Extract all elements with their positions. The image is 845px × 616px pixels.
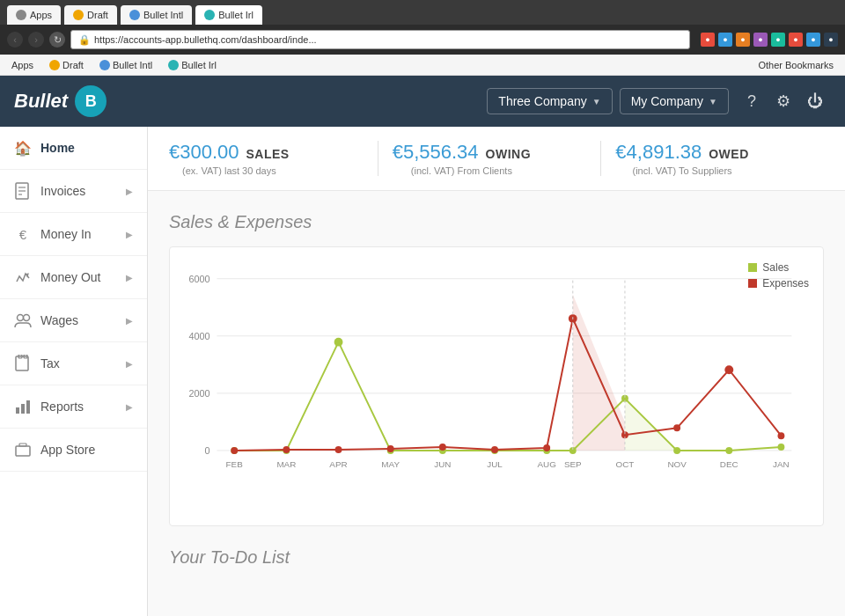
money-in-icon: € <box>14 225 32 243</box>
bookmark-bullet-irl[interactable]: Bullet Irl <box>164 58 221 72</box>
svg-text:AUG: AUG <box>538 459 556 469</box>
sidebar-label-home: Home <box>40 141 133 155</box>
sidebar-item-reports[interactable]: Reports ▶ <box>0 385 147 429</box>
wages-icon <box>14 312 32 329</box>
svg-marker-22 <box>573 294 625 451</box>
sidebar-label-reports: Reports <box>40 400 117 414</box>
svg-point-45 <box>673 447 680 454</box>
address-bar[interactable]: 🔒 https://accounts-app.bullethq.com/dash… <box>70 30 690 49</box>
sidebar-item-home[interactable]: 🏠 Home <box>0 127 147 170</box>
other-bookmarks[interactable]: Other Bookmarks <box>753 58 838 72</box>
ext-icon-8: ● <box>824 33 838 47</box>
svg-text:APR: APR <box>329 459 347 469</box>
svg-text:MAR: MAR <box>276 459 296 469</box>
svg-text:OCT: OCT <box>616 459 635 469</box>
ext-icon-1: ● <box>701 33 715 47</box>
main-content: €300.00 SALES (ex. VAT) last 30 days €5,… <box>148 127 845 616</box>
chevron-right-icon-3: ▶ <box>126 273 133 282</box>
svg-text:MAY: MAY <box>381 459 400 469</box>
svg-point-46 <box>725 447 732 454</box>
bookmarks-bar: Apps Draft Bullet Intl Bullet Irl Other … <box>0 55 845 76</box>
chevron-right-icon: ▶ <box>126 187 133 196</box>
money-out-icon <box>14 268 32 286</box>
help-button[interactable]: ? <box>736 85 768 117</box>
owing-sub: (incl. VAT) From Clients <box>393 165 531 176</box>
owing-label: OWING <box>486 147 532 161</box>
svg-point-52 <box>439 444 446 451</box>
svg-point-5 <box>24 315 30 321</box>
ext-icon-3: ● <box>736 33 750 47</box>
sidebar-item-money-out[interactable]: Money Out ▶ <box>0 256 147 299</box>
company-dropdown[interactable]: Three Company ▼ <box>487 88 612 114</box>
chevron-right-icon-4: ▶ <box>126 316 133 326</box>
todo-title: Your To-Do List <box>169 547 824 568</box>
sales-legend-dot <box>748 263 757 272</box>
browser-controls: ‹ › ↻ 🔒 https://accounts-app.bullethq.co… <box>0 25 845 55</box>
chevron-right-icon-5: ▶ <box>126 359 133 369</box>
sidebar-label-tax: Tax <box>40 356 117 370</box>
svg-point-50 <box>335 446 342 453</box>
ext-icon-4: ● <box>753 33 768 47</box>
bookmark-bullet-intl[interactable]: Bullet Intl <box>95 58 157 72</box>
svg-rect-10 <box>21 404 25 414</box>
bookmark-apps[interactable]: Apps <box>7 58 38 72</box>
sidebar-item-app-store[interactable]: App Store <box>0 429 147 472</box>
sidebar-label-money-out: Money Out <box>40 270 117 284</box>
tab-draft[interactable]: Draft <box>64 5 117 25</box>
svg-text:JUL: JUL <box>487 459 503 469</box>
sidebar-item-money-in[interactable]: € Money In ▶ <box>0 213 147 256</box>
expenses-legend-dot <box>748 279 757 288</box>
tab-apps[interactable]: Apps <box>7 5 61 25</box>
app-navbar: Bullet B Three Company ▼ My Company ▼ ? … <box>0 76 845 127</box>
sidebar-label-money-in: Money In <box>40 227 117 241</box>
settings-button[interactable]: ⚙ <box>768 85 799 117</box>
company-name: Three Company <box>498 94 586 108</box>
svg-text:JAN: JAN <box>773 459 790 469</box>
svg-point-38 <box>334 338 343 347</box>
svg-rect-13 <box>19 444 26 446</box>
svg-text:SEP: SEP <box>564 459 582 469</box>
legend-sales: Sales <box>748 261 809 274</box>
tab-bullet-intl[interactable]: Bullet Intl <box>121 5 192 25</box>
home-icon: 🏠 <box>14 139 32 157</box>
expenses-legend-label: Expenses <box>762 277 809 290</box>
svg-point-4 <box>18 315 24 321</box>
sidebar-label-invoices: Invoices <box>40 184 117 198</box>
back-button[interactable]: ‹ <box>7 32 23 48</box>
owed-value: €4,891.38 <box>615 141 702 164</box>
legend-expenses: Expenses <box>748 277 809 290</box>
sidebar-label-wages: Wages <box>40 313 117 327</box>
browser-extension-icons: ● ● ● ● ● ● ● ● <box>701 33 838 47</box>
sidebar-item-wages[interactable]: Wages ▶ <box>0 299 147 342</box>
tab-bullet-irl[interactable]: Bullet Irl <box>195 5 262 25</box>
chevron-right-icon-6: ▶ <box>126 402 133 412</box>
svg-point-54 <box>543 444 550 451</box>
svg-rect-9 <box>16 407 19 414</box>
sales-value: €300.00 <box>169 141 239 164</box>
sales-legend-label: Sales <box>762 261 789 274</box>
svg-text:0: 0 <box>205 445 210 456</box>
chart-section-title: Sales & Expenses <box>169 212 824 232</box>
svg-rect-11 <box>26 400 30 414</box>
sidebar-item-tax[interactable]: Tax ▶ <box>0 342 147 385</box>
ext-icon-6: ● <box>789 33 803 47</box>
bookmark-draft[interactable]: Draft <box>45 58 88 72</box>
svg-text:DEC: DEC <box>720 459 738 469</box>
refresh-button[interactable]: ↻ <box>49 32 65 48</box>
app-logo[interactable]: Bullet B <box>14 85 107 117</box>
gear-icon: ⚙ <box>776 92 790 111</box>
help-icon: ? <box>747 92 756 111</box>
forward-button[interactable]: › <box>28 32 44 48</box>
my-company-label: My Company <box>631 94 703 108</box>
sales-sub: (ex. VAT) last 30 days <box>169 165 290 176</box>
svg-point-58 <box>724 365 733 374</box>
sidebar-item-invoices[interactable]: Invoices ▶ <box>0 170 147 213</box>
svg-point-49 <box>283 446 290 453</box>
logo-icon: B <box>75 85 107 117</box>
svg-text:6000: 6000 <box>188 274 209 284</box>
my-company-dropdown[interactable]: My Company ▼ <box>620 88 729 114</box>
power-icon: ⏻ <box>807 92 823 111</box>
stats-bar: €300.00 SALES (ex. VAT) last 30 days €5,… <box>148 127 845 191</box>
power-button[interactable]: ⏻ <box>799 85 831 117</box>
chevron-down-icon: ▼ <box>592 97 601 106</box>
